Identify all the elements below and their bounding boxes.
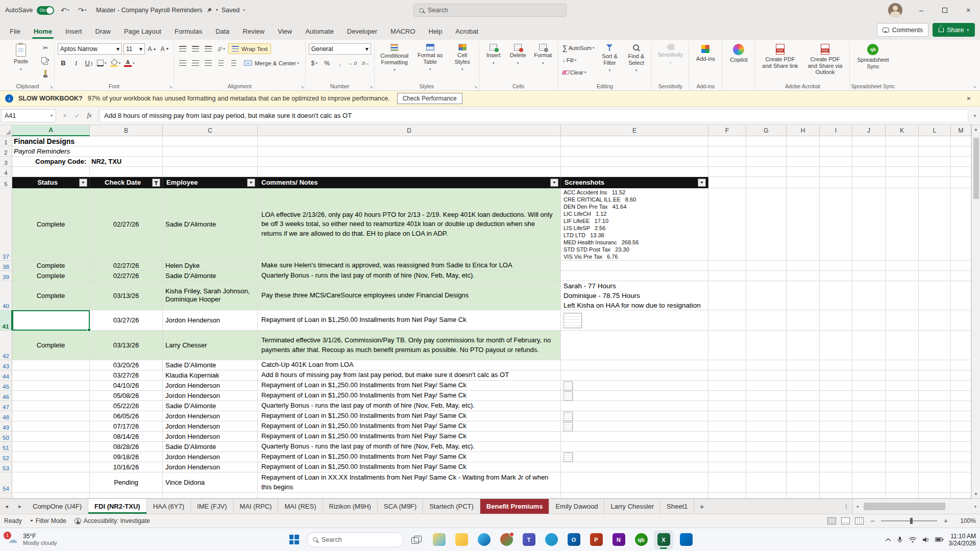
cell-C40[interactable]: Kisha Friley, Sarah Johnson, Dominique H… [163, 281, 258, 310]
cell-J3[interactable] [852, 157, 886, 167]
ribbon-tab-draw[interactable]: Draw [89, 23, 117, 40]
cell-G43[interactable] [746, 360, 787, 370]
screenshot-thumbnail[interactable] [564, 453, 573, 462]
cell-L47[interactable] [919, 401, 951, 411]
cell-A49[interactable] [12, 421, 90, 432]
sheet-tab-haa-6y7[interactable]: HAA (6Y7) [147, 499, 191, 514]
cell-E2[interactable] [561, 146, 708, 157]
cell-L2[interactable] [919, 146, 951, 157]
cell-M41[interactable] [951, 310, 971, 331]
cell-H38[interactable] [787, 261, 820, 271]
cell-D48[interactable]: Repayment of Loan in $1,250.00 Installme… [258, 411, 561, 421]
cell-J2[interactable] [852, 146, 886, 157]
addins-button[interactable]: Add-ins [692, 42, 719, 64]
cell-A39[interactable]: Complete [12, 271, 90, 281]
cell-H50[interactable] [787, 432, 820, 442]
sheet-tab-sca-m9f[interactable]: SCA (M9F) [378, 499, 423, 514]
cell-E55[interactable] [561, 493, 708, 498]
cell-D43[interactable]: Catch-Up 401K Loan from LOA [258, 360, 561, 370]
cell-G47[interactable] [746, 401, 787, 411]
ribbon-tab-automate[interactable]: Automate [299, 23, 340, 40]
cell-D49[interactable]: Repayment of Loan in $1,250.00 Installme… [258, 421, 561, 432]
cell-F46[interactable] [708, 391, 746, 401]
cut-button[interactable]: ✂ [40, 42, 51, 53]
column-header-A[interactable]: A [12, 125, 90, 136]
orientation-button[interactable]: ab▾ [215, 43, 227, 54]
zoom-slider[interactable] [881, 520, 937, 521]
number-format-select[interactable]: General▾ [309, 43, 371, 55]
next-sheet-button[interactable]: ▸ [13, 499, 27, 514]
cell-D53[interactable]: Repayment of Loan in $1,250.00 Installme… [258, 462, 561, 472]
cell-C46[interactable]: Jordon Henderson [163, 391, 258, 401]
cell-E1[interactable] [561, 136, 708, 146]
zoom-out-button[interactable]: − [869, 517, 876, 525]
cell-H37[interactable] [787, 188, 820, 261]
cell-E39[interactable] [561, 271, 708, 281]
cell-I50[interactable] [820, 432, 852, 442]
row-header-39[interactable]: 39 [0, 271, 12, 281]
cell-D37[interactable]: LOA effective 2/13/26, only pay 40 hours… [258, 188, 561, 261]
cell-J44[interactable] [852, 370, 886, 381]
cell-K37[interactable] [886, 188, 919, 261]
cell-G55[interactable] [746, 493, 787, 498]
cancel-entry-button[interactable]: × [59, 110, 70, 121]
cell-A50[interactable] [12, 432, 90, 442]
cell-G46[interactable] [746, 391, 787, 401]
cell-K40[interactable] [886, 281, 919, 310]
clipboard-dialog-launcher[interactable]: ↘ [49, 84, 53, 89]
cell-C43[interactable]: Sadie D'Alimonte [163, 360, 258, 370]
cell-C45[interactable]: Jordon Henderson [163, 381, 258, 391]
sheet-tab-benefit-premiums[interactable]: Benefit Premiums [480, 499, 550, 514]
cell-C3[interactable] [163, 157, 258, 167]
copilot-button[interactable]: Copilot [725, 42, 752, 65]
cell-F45[interactable] [708, 381, 746, 391]
row-header-37[interactable]: 37 [0, 188, 12, 261]
conditional-formatting-button[interactable]: Conditional Formatting▾ [378, 42, 411, 75]
cell-M52[interactable] [951, 452, 971, 462]
ribbon-tab-review[interactable]: Review [236, 23, 272, 40]
sheet-tab-mai-res[interactable]: MAI (RES) [278, 499, 323, 514]
ribbon-tab-acrobat[interactable]: Acrobat [449, 23, 485, 40]
cell-L54[interactable] [919, 472, 951, 493]
align-top-button[interactable] [177, 43, 188, 54]
cell-H4[interactable] [787, 167, 820, 177]
cell-H46[interactable] [787, 391, 820, 401]
fill-color-button[interactable]: ▾ [109, 58, 122, 68]
cell-F44[interactable] [708, 370, 746, 381]
cell-I43[interactable] [820, 360, 852, 370]
font-color-button[interactable]: A▾ [123, 58, 136, 68]
cell-L45[interactable] [919, 381, 951, 391]
cell-A44[interactable] [12, 370, 90, 381]
cell-D38[interactable]: Make sure Helen's timecard is approved, … [258, 261, 561, 271]
cell-I48[interactable] [820, 411, 852, 421]
cell-L38[interactable] [919, 261, 951, 271]
cell-E50[interactable] [561, 432, 708, 442]
cell-M48[interactable] [951, 411, 971, 421]
cell-G42[interactable] [746, 331, 787, 360]
cell-F51[interactable] [708, 442, 746, 452]
cell-J49[interactable] [852, 421, 886, 432]
cell-K39[interactable] [886, 271, 919, 281]
cell-D50[interactable]: Repayment of Loan in $1,250.00 Installme… [258, 432, 561, 442]
cell-C39[interactable]: Sadie D'Alimonte [163, 271, 258, 281]
confirm-entry-button[interactable]: ✓ [71, 110, 83, 121]
close-button[interactable]: × [957, 0, 980, 20]
styles-dialog-launcher[interactable]: ↘ [474, 84, 478, 89]
cell-A3[interactable]: Company Code: [12, 157, 90, 167]
cell-K51[interactable] [886, 442, 919, 452]
table-header-comments[interactable]: Comments/ Notes [258, 177, 561, 188]
cell-J41[interactable] [852, 310, 886, 331]
row-header-45[interactable]: 45 [0, 381, 12, 391]
redo-button[interactable]: ↷▾ [76, 4, 89, 17]
row-header-46[interactable]: 46 [0, 391, 12, 401]
cell-F54[interactable] [708, 472, 746, 493]
cell-F53[interactable] [708, 462, 746, 472]
cell-E46[interactable] [561, 391, 708, 401]
row-header-3[interactable]: 3 [0, 157, 12, 167]
cell-C1[interactable] [163, 136, 258, 146]
cell-B44[interactable]: 03/27/26 [90, 370, 163, 381]
cell-A55[interactable] [12, 493, 90, 498]
column-header-D[interactable]: D [258, 125, 561, 136]
cell-L44[interactable] [919, 370, 951, 381]
cell-I39[interactable] [820, 271, 852, 281]
